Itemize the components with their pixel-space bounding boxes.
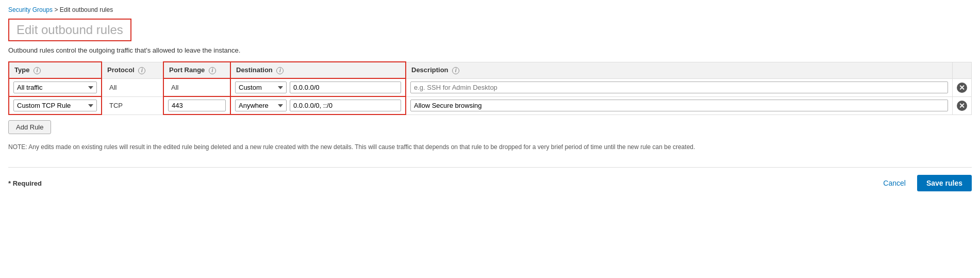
protocol-value-1: All (106, 82, 159, 93)
description-info-icon[interactable]: i (452, 67, 459, 74)
page-title-box: Edit outbound rules (8, 19, 131, 41)
type-info-icon[interactable]: i (34, 67, 41, 74)
cancel-button[interactable]: Cancel (877, 176, 912, 190)
dest-ip-1[interactable] (290, 81, 401, 93)
table-row: All traffic Custom TCP Rule Custom UDP R… (9, 96, 972, 115)
rules-table: Type i Protocol i Port Range i Destinati… (8, 61, 972, 115)
portrange-cell-2 (163, 96, 230, 115)
col-header-destination: Destination i (230, 62, 406, 78)
type-cell-1: All traffic Custom TCP Rule Custom UDP R… (9, 78, 102, 96)
save-rules-button[interactable]: Save rules (917, 175, 972, 191)
protocol-info-icon[interactable]: i (138, 67, 145, 74)
description-cell-2 (406, 96, 953, 115)
protocol-value-2: TCP (106, 100, 159, 111)
add-rule-button[interactable]: Add Rule (8, 120, 51, 134)
delete-cell-1: ✕ (953, 78, 972, 96)
breadcrumb: Security Groups > Edit outbound rules (8, 6, 972, 13)
dest-select-1[interactable]: Custom Anywhere (235, 81, 287, 93)
delete-icon-2: ✕ (957, 101, 967, 111)
required-label: * Required (8, 179, 42, 187)
note-text: NOTE: Any edits made on existing rules w… (8, 142, 967, 152)
footer-actions: Cancel Save rules (877, 175, 972, 191)
destination-cell-1: Custom Anywhere (230, 78, 406, 96)
portrange-input-2[interactable] (168, 100, 226, 111)
type-select-1[interactable]: All traffic Custom TCP Rule Custom UDP R… (13, 81, 97, 93)
description-input-1[interactable] (410, 81, 948, 93)
subtitle: Outbound rules control the outgoing traf… (8, 46, 972, 54)
portrange-info-icon[interactable]: i (209, 67, 216, 74)
col-header-description: Description i (406, 62, 953, 78)
table-row: All traffic Custom TCP Rule Custom UDP R… (9, 78, 972, 96)
page-title: Edit outbound rules (16, 23, 123, 37)
footer: * Required Cancel Save rules (8, 167, 972, 191)
description-input-2[interactable] (410, 100, 948, 111)
protocol-cell-2: TCP (102, 96, 163, 115)
col-header-portrange: Port Range i (163, 62, 230, 78)
col-header-delete (953, 62, 972, 78)
breadcrumb-link[interactable]: Security Groups (8, 6, 53, 13)
destination-info-icon[interactable]: i (276, 67, 284, 74)
breadcrumb-separator: > (53, 6, 60, 13)
protocol-cell-1: All (102, 78, 163, 96)
description-cell-1 (406, 78, 953, 96)
delete-row-1-button[interactable]: ✕ (957, 83, 967, 93)
delete-icon-1: ✕ (957, 83, 967, 93)
delete-cell-2: ✕ (953, 96, 972, 115)
portrange-cell-1: All (163, 78, 230, 96)
dest-cell-1: Custom Anywhere (235, 81, 401, 93)
type-select-2[interactable]: All traffic Custom TCP Rule Custom UDP R… (13, 100, 97, 111)
type-cell-2: All traffic Custom TCP Rule Custom UDP R… (9, 96, 102, 115)
dest-select-2[interactable]: Custom Anywhere (235, 100, 287, 111)
portrange-value-1: All (168, 82, 226, 93)
delete-row-2-button[interactable]: ✕ (957, 101, 967, 111)
dest-cell-2: Custom Anywhere (235, 100, 401, 111)
dest-ip-2[interactable] (290, 100, 401, 111)
col-header-type: Type i (9, 62, 102, 78)
breadcrumb-current: Edit outbound rules (60, 6, 113, 13)
destination-cell-2: Custom Anywhere (230, 96, 406, 115)
col-header-protocol: Protocol i (102, 62, 163, 78)
